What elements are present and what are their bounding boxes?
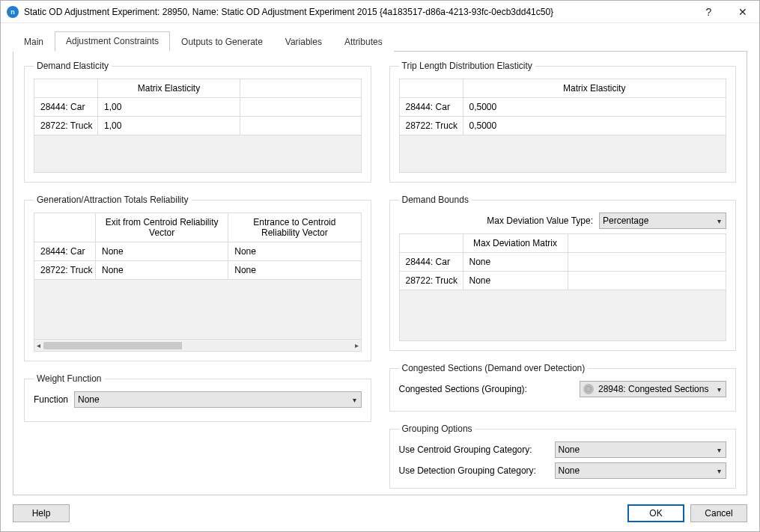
- centroid-grouping-value: None: [559, 444, 580, 455]
- row-truck: 28722: Truck: [34, 117, 98, 135]
- chevron-down-icon: ▾: [717, 467, 721, 475]
- group-trip-length: Trip Length Distribution Elasticity Matr…: [389, 61, 737, 183]
- cancel-button[interactable]: Cancel: [690, 504, 747, 522]
- max-dev-type-value: Percentage: [603, 215, 648, 226]
- table-row: 28444: Car None None: [34, 242, 362, 261]
- table-row: 28444: Car 0,5000: [399, 98, 726, 117]
- right-column: Trip Length Distribution Elasticity Matr…: [389, 61, 737, 486]
- row-car: 28444: Car: [399, 98, 463, 117]
- group-trip-length-legend: Trip Length Distribution Elasticity: [399, 61, 535, 71]
- cell-truck-exit[interactable]: None: [96, 261, 228, 280]
- group-demand-bounds-legend: Demand Bounds: [399, 195, 472, 205]
- weight-function-select[interactable]: None ▾: [74, 391, 361, 408]
- chevron-down-icon: ▾: [717, 385, 721, 394]
- reliability-hscroll[interactable]: ◂ ▸: [34, 340, 362, 352]
- row-car: 28444: Car: [399, 253, 463, 272]
- close-button[interactable]: ✕: [726, 1, 759, 22]
- titlebar: n Static OD Adjustment Experiment: 28950…: [1, 1, 759, 23]
- table-row: 28722: Truck None None: [34, 261, 362, 280]
- grouping-icon: [583, 384, 594, 394]
- col-matrix-elasticity: Matrix Elasticity: [98, 79, 240, 98]
- chevron-down-icon: ▾: [717, 446, 721, 454]
- group-gen-attr-legend: Generation/Attraction Totals Reliability: [34, 195, 192, 205]
- col-exit-vector: Exit from Centroid Reliability Vector: [96, 213, 228, 242]
- table-row: 28722: Truck 1,00: [34, 117, 362, 135]
- congested-grouping-label: Congested Sections (Grouping):: [399, 384, 574, 394]
- weight-function-label: Function: [34, 394, 68, 405]
- cell-demand-truck[interactable]: 1,00: [98, 117, 240, 135]
- centroid-grouping-label: Use Centroid Grouping Category:: [399, 444, 549, 455]
- row-car: 28444: Car: [34, 242, 96, 261]
- demand-bounds-table[interactable]: Max Deviation Matrix 28444: Car None 287…: [399, 233, 727, 341]
- chevron-down-icon: ▾: [717, 217, 721, 225]
- tab-main[interactable]: Main: [13, 32, 55, 52]
- detection-grouping-select[interactable]: None ▾: [555, 462, 727, 479]
- content-area: Main Adjustment Constraints Outputs to G…: [1, 23, 759, 495]
- help-button[interactable]: ?: [692, 1, 726, 22]
- demand-elasticity-table[interactable]: Matrix Elasticity 28444: Car 1,00 28722:…: [34, 79, 362, 173]
- detection-grouping-label: Use Detection Grouping Category:: [399, 465, 549, 476]
- reliability-table[interactable]: Exit from Centroid Reliability Vector En…: [34, 213, 362, 340]
- group-demand-bounds: Demand Bounds Max Deviation Value Type: …: [389, 195, 737, 351]
- cell-truck-entrance[interactable]: None: [228, 261, 361, 280]
- col-matrix-elasticity: Matrix Elasticity: [463, 79, 726, 98]
- max-dev-type-label: Max Deviation Value Type:: [487, 215, 593, 226]
- table-row: 28444: Car 1,00: [34, 98, 362, 117]
- group-gen-attr-reliability: Generation/Attraction Totals Reliability…: [24, 195, 371, 361]
- dialog-window: n Static OD Adjustment Experiment: 28950…: [0, 0, 760, 532]
- left-column: Demand Elasticity Matrix Elasticity 2844…: [24, 61, 371, 486]
- group-demand-elasticity: Demand Elasticity Matrix Elasticity 2844…: [24, 61, 371, 183]
- app-icon: n: [7, 6, 19, 18]
- congested-grouping-select[interactable]: 28948: Congested Sections ▾: [580, 381, 726, 397]
- table-row: 28444: Car None: [399, 253, 726, 272]
- cell-car-entrance[interactable]: None: [228, 242, 361, 261]
- weight-function-value: None: [78, 394, 100, 405]
- row-truck: 28722: Truck: [34, 261, 96, 280]
- cell-bounds-car[interactable]: None: [463, 253, 568, 272]
- col-entrance-vector: Entrance to Centroid Reliability Vector: [228, 213, 361, 242]
- tab-attributes[interactable]: Attributes: [333, 32, 394, 52]
- dialog-footer: Help OK Cancel: [1, 495, 759, 531]
- group-weight-legend: Weight Function: [34, 373, 105, 384]
- table-row: 28722: Truck 0,5000: [399, 117, 726, 135]
- col-max-dev-matrix: Max Deviation Matrix: [463, 234, 568, 253]
- group-weight-function: Weight Function Function None ▾: [24, 373, 371, 422]
- table-corner: [34, 79, 98, 98]
- row-car: 28444: Car: [34, 98, 98, 117]
- tabs: Main Adjustment Constraints Outputs to G…: [13, 31, 747, 51]
- group-demand-elasticity-legend: Demand Elasticity: [34, 61, 112, 71]
- centroid-grouping-select[interactable]: None ▾: [555, 441, 727, 458]
- scroll-right-icon[interactable]: ▸: [355, 341, 359, 349]
- tab-variables[interactable]: Variables: [274, 32, 333, 52]
- group-congested-legend: Congested Sections (Demand over Detectio…: [399, 363, 589, 373]
- group-grouping-legend: Grouping Options: [399, 424, 475, 434]
- group-congested-sections: Congested Sections (Demand over Detectio…: [389, 363, 737, 412]
- max-dev-type-select[interactable]: Percentage ▾: [599, 213, 726, 229]
- close-icon: ✕: [738, 6, 747, 18]
- cell-trip-car[interactable]: 0,5000: [463, 98, 726, 117]
- table-row: 28722: Truck None: [399, 272, 726, 290]
- cell-bounds-truck[interactable]: None: [463, 272, 568, 290]
- window-title: Static OD Adjustment Experiment: 28950, …: [24, 7, 692, 17]
- tab-panel: Demand Elasticity Matrix Elasticity 2844…: [13, 51, 747, 495]
- help-icon: ?: [706, 6, 712, 18]
- congested-grouping-value: 28948: Congested Sections: [598, 384, 708, 394]
- group-grouping-options: Grouping Options Use Centroid Grouping C…: [389, 424, 737, 489]
- tab-outputs[interactable]: Outputs to Generate: [170, 32, 274, 52]
- row-truck: 28722: Truck: [399, 272, 463, 290]
- trip-length-table[interactable]: Matrix Elasticity 28444: Car 0,5000 2872…: [399, 79, 727, 173]
- scroll-thumb[interactable]: [43, 342, 352, 349]
- row-truck: 28722: Truck: [399, 117, 463, 135]
- cell-car-exit[interactable]: None: [96, 242, 228, 261]
- detection-grouping-value: None: [559, 465, 580, 476]
- scroll-left-icon[interactable]: ◂: [37, 341, 40, 349]
- help-button[interactable]: Help: [13, 504, 70, 522]
- cell-demand-car[interactable]: 1,00: [98, 98, 240, 117]
- tab-adjustment-constraints[interactable]: Adjustment Constraints: [55, 31, 170, 52]
- ok-button[interactable]: OK: [627, 504, 684, 522]
- chevron-down-icon: ▾: [353, 396, 356, 404]
- cell-trip-truck[interactable]: 0,5000: [463, 117, 726, 135]
